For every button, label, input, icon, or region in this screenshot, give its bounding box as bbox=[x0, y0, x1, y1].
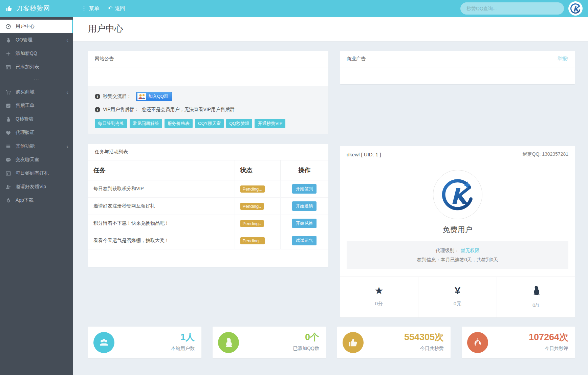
signin-value: 本月已连签0天，共签到0天 bbox=[441, 257, 498, 262]
menu-toggle[interactable]: ⋮ 菜单 bbox=[81, 5, 99, 12]
quick-link-price[interactable]: 服务价格表 bbox=[165, 119, 193, 128]
ad-title: 商业广告 bbox=[347, 56, 366, 62]
penguin-icon bbox=[5, 37, 11, 43]
penguin-icon bbox=[223, 337, 234, 348]
sidebar-item-invite[interactable]: 邀请好友领Vip bbox=[0, 180, 73, 194]
task-name: 看看今天运气是否爆棚，抽取大奖！ bbox=[88, 232, 235, 249]
join-qq-group-button[interactable]: 加入QQ群 bbox=[136, 92, 172, 101]
quick-link-chat[interactable]: CQY聊天室 bbox=[195, 119, 224, 128]
penguin-icon bbox=[497, 285, 575, 298]
cart-icon bbox=[5, 89, 11, 95]
info-icon: i bbox=[95, 94, 100, 99]
comment-icon bbox=[5, 157, 11, 163]
sidebar-item-shop[interactable]: 购买商城 ‹ bbox=[0, 85, 73, 99]
back-label: 返回 bbox=[115, 5, 125, 12]
table-icon bbox=[5, 64, 11, 70]
content-header: 用户中心 bbox=[73, 17, 588, 42]
summary-card-qq: 0个 已添加QQ数 bbox=[213, 327, 326, 358]
task-action-button[interactable]: 开始签到 bbox=[292, 184, 317, 194]
dashboard-icon bbox=[5, 24, 11, 29]
yen-icon: ¥ bbox=[418, 285, 497, 296]
back-button[interactable]: ↶ 返回 bbox=[108, 5, 125, 12]
profile-username: dkewl [ UID: 1 ] bbox=[347, 152, 381, 157]
quick-link-vip[interactable]: 开通秒赞VIP bbox=[255, 119, 285, 128]
sidebar-item-user-center[interactable]: 用户中心 bbox=[0, 20, 73, 33]
table-row: 每日签到获取积分和VIP Pending... 开始签到 bbox=[88, 180, 328, 198]
info-icon: i bbox=[95, 107, 100, 112]
chevron-left-icon: ‹ bbox=[66, 144, 68, 149]
sidebar-item-label: 邀请好友领Vip bbox=[16, 184, 46, 190]
list-icon bbox=[5, 144, 11, 149]
sidebar-item-label: 代理验证 bbox=[16, 130, 35, 136]
col-task: 任务 bbox=[88, 160, 235, 180]
sidebar-item-added-list[interactable]: 已添加列表 bbox=[0, 60, 73, 74]
sidebar-item-chatroom[interactable]: 交友聊天室 bbox=[0, 153, 73, 167]
sidebar-item-daily-signin[interactable]: 每日签到有好礼 bbox=[0, 167, 73, 180]
report-link[interactable]: 举报! bbox=[558, 56, 568, 62]
menu-label: 菜单 bbox=[89, 5, 99, 12]
menu-dots-icon: ⋮ bbox=[81, 6, 87, 11]
sidebar-item-app-download[interactable]: App下载 bbox=[0, 194, 73, 207]
summary-card-users: 1人 本站用户数 bbox=[88, 327, 201, 358]
task-action-button[interactable]: 开始兑换 bbox=[292, 219, 317, 228]
status-badge: Pending.. bbox=[240, 203, 264, 210]
bind-qq-label: 绑定QQ: bbox=[523, 151, 541, 157]
status-badge: Pending.. bbox=[240, 220, 264, 227]
agent-label: 代理级别： bbox=[436, 248, 459, 253]
table-row: 看看今天运气是否爆棚，抽取大奖！ Pending... 试试运气 bbox=[88, 232, 328, 249]
back-arrow-icon: ↶ bbox=[108, 6, 112, 11]
content-area: 用户中心 网站公告 i 秒赞交流群： 加入QQ群 bbox=[73, 17, 588, 375]
sidebar-item-label: 购买商城 bbox=[16, 89, 35, 95]
sidebar-item-qq-manage[interactable]: QQ管理 ‹ bbox=[0, 33, 73, 47]
top-bar: 刀客秒赞网 ⋮ 菜单 ↶ 返回 bbox=[0, 0, 588, 17]
quick-link-wall[interactable]: QQ秒赞墙 bbox=[226, 119, 252, 128]
thumbs-up-icon bbox=[347, 337, 359, 348]
summary-card-comments: 107264次 今日共秒评 bbox=[462, 327, 575, 358]
vip-text: 您还不是会员用户，无法查看VIP用户售后群 bbox=[142, 107, 235, 113]
search-input[interactable] bbox=[466, 6, 558, 11]
thumbs-up-icon bbox=[5, 5, 13, 12]
sidebar-item-label: QQ管理 bbox=[16, 37, 32, 43]
sidebar-item-label: 添加新QQ bbox=[16, 50, 37, 57]
vip-label: VIP用户售后群： bbox=[103, 107, 139, 113]
sidebar-item-aftersale[interactable]: 售后工单 bbox=[0, 99, 73, 112]
sidebar-separator: ⋯ bbox=[0, 74, 73, 85]
rebel-icon bbox=[472, 337, 483, 348]
quick-link-daily-sign[interactable]: 每日签到有礼 bbox=[95, 119, 127, 128]
sidebar-item-agent-verify[interactable]: 代理验证 bbox=[0, 126, 73, 139]
avatar bbox=[433, 170, 482, 219]
col-action: 操作 bbox=[280, 160, 328, 180]
ad-body bbox=[340, 67, 575, 84]
brand[interactable]: 刀客秒赞网 bbox=[0, 0, 73, 17]
task-action-button[interactable]: 开始邀请 bbox=[292, 201, 317, 211]
sidebar-item-like-wall[interactable]: Q秒赞墙 bbox=[0, 112, 73, 126]
task-name: 邀请好友注册秒赞网互领好礼 bbox=[88, 198, 235, 215]
app-box-icon bbox=[5, 198, 11, 203]
sidebar-item-add-qq[interactable]: 添加新QQ bbox=[0, 47, 73, 60]
sidebar-item-label: 其他功能 bbox=[16, 143, 35, 149]
agent-info-box: 代理级别： 暂无权限 签到信息：本月已连签0天，共签到0天 bbox=[347, 241, 568, 269]
col-status: 状态 bbox=[235, 160, 280, 180]
table-row: 邀请好友注册秒赞网互领好礼 Pending.. 开始邀请 bbox=[88, 198, 328, 215]
check-square-icon bbox=[5, 103, 11, 109]
user-level: 免费用户 bbox=[340, 225, 575, 235]
quick-link-faq[interactable]: 常见问题解答 bbox=[130, 119, 162, 128]
task-action-button[interactable]: 试试运气 bbox=[292, 236, 317, 245]
status-badge: Pending... bbox=[240, 185, 265, 193]
tasks-card: 任务与活动列表 任务 状态 操作 每日签到获取积分和VIP bbox=[88, 144, 328, 267]
agent-permission-link[interactable]: 暂无权限 bbox=[460, 248, 479, 253]
chevron-left-icon: ‹ bbox=[66, 89, 68, 95]
sidebar-item-label: 已添加列表 bbox=[16, 64, 39, 70]
summary-card-likes: 554305次 今日共秒赞 bbox=[337, 327, 451, 358]
sidebar-item-other[interactable]: 其他功能 ‹ bbox=[0, 139, 73, 153]
task-name: 积分留着不下崽！快来兑换物品吧！ bbox=[88, 215, 235, 232]
chevron-left-icon: ‹ bbox=[66, 37, 68, 43]
sidebar-item-label: App下载 bbox=[16, 197, 34, 203]
site-logo[interactable] bbox=[568, 1, 583, 16]
tasks-table: 任务 状态 操作 每日签到获取积分和VIP Pending... 开始签到 bbox=[88, 160, 328, 249]
sidebar: 用户中心 QQ管理 ‹ 添加新QQ 已添加列表 ⋯ 购买商城 ‹ 售后工单 Q秒… bbox=[0, 17, 73, 375]
sidebar-item-label: 交友聊天室 bbox=[16, 157, 39, 163]
status-badge: Pending... bbox=[240, 237, 265, 244]
ad-card: 商业广告 举报! bbox=[340, 51, 575, 84]
sidebar-item-label: Q秒赞墙 bbox=[16, 116, 34, 122]
